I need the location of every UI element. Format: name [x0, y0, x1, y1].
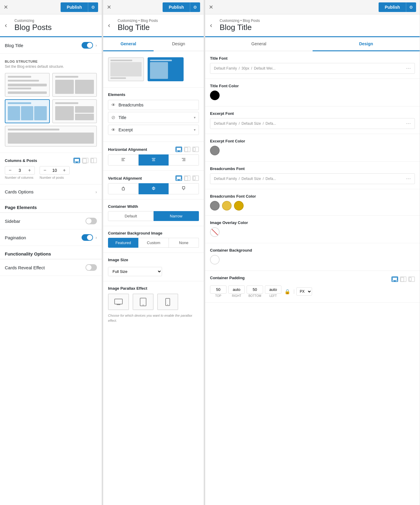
mobile-icon[interactable]: [90, 158, 97, 163]
svg-rect-9: [193, 148, 195, 151]
bg-featured-btn[interactable]: Featured: [108, 238, 138, 248]
structure-card-single[interactable]: [5, 126, 97, 147]
panel-header-3: ‹ Customizing • Blog Posts Blog Title: [205, 14, 420, 37]
cards-reveal-row[interactable]: Cards Reveal Effect: [0, 259, 102, 276]
padding-unit-select[interactable]: PX % EM: [296, 287, 312, 296]
tab-design-3[interactable]: Design: [313, 37, 420, 51]
title-element[interactable]: ⊘ Title ▾: [108, 112, 199, 123]
bc-color-swatch-2[interactable]: [222, 201, 232, 211]
excerpt-font-weight: Defa...: [266, 121, 276, 126]
publish-button-2[interactable]: Publish: [163, 2, 190, 12]
layout-thumb-narrow[interactable]: [148, 57, 184, 81]
breadcrumbs-element[interactable]: 👁 Breadcrumbs: [108, 100, 199, 110]
v-align-middle[interactable]: [139, 183, 169, 194]
pagination-toggle[interactable]: [82, 234, 93, 241]
svg-point-34: [143, 304, 144, 305]
h-alignment-label-row: Horizontal Alignment: [108, 147, 199, 152]
title-color-swatch[interactable]: [210, 91, 220, 100]
excerpt-color-swatch[interactable]: [210, 146, 220, 155]
close-icon-2[interactable]: ✕: [107, 4, 111, 10]
container-bg-swatch[interactable]: [210, 255, 220, 264]
gear-button-1[interactable]: ⚙: [88, 2, 98, 12]
cards-reveal-toggle[interactable]: [86, 264, 97, 271]
pad-mobile-icon[interactable]: [408, 276, 415, 282]
v-tablet-icon[interactable]: [184, 175, 190, 181]
padding-right-input[interactable]: [228, 285, 245, 294]
sidebar-row[interactable]: Sidebar: [0, 213, 102, 229]
v-align-bottom[interactable]: [169, 183, 199, 194]
v-align-top[interactable]: [108, 183, 139, 194]
gear-button-3[interactable]: ⚙: [406, 2, 416, 12]
title-font-row[interactable]: Default Family / 30px / Default Wei... ·…: [210, 63, 415, 74]
structure-card-3col[interactable]: [5, 99, 50, 123]
gear-button-2[interactable]: ⚙: [190, 2, 200, 12]
v-desktop-icon[interactable]: [176, 175, 182, 181]
h-tablet-icon[interactable]: [184, 147, 190, 152]
excerpt-font-label: Excerpt Font: [210, 111, 415, 116]
toggle-right: ›: [82, 42, 97, 49]
h-desktop-icon[interactable]: [176, 147, 182, 152]
tab-design-2[interactable]: Design: [154, 37, 204, 51]
columns-minus[interactable]: −: [8, 168, 13, 173]
layout-thumb-default[interactable]: [108, 57, 144, 81]
width-narrow-btn[interactable]: Narrow: [154, 211, 199, 221]
back-button-3[interactable]: ‹: [209, 20, 213, 31]
structure-card-masonry[interactable]: [52, 99, 97, 123]
desktop-icon[interactable]: [74, 158, 80, 163]
overlay-color-swatch[interactable]: [210, 227, 220, 237]
publish-button-1[interactable]: Publish: [61, 2, 88, 12]
v-mobile-icon[interactable]: [192, 175, 199, 181]
tab-general-3[interactable]: General: [205, 37, 313, 51]
parallax-mobile-btn[interactable]: [157, 294, 178, 310]
close-icon-1[interactable]: ✕: [4, 4, 8, 10]
blog-title-toggle[interactable]: [82, 42, 93, 49]
blog-title-row[interactable]: Blog Title ›: [0, 37, 102, 54]
excerpt-element[interactable]: 👁 Excerpt ▾: [108, 125, 199, 135]
excerpt-font-size: Default Size: [242, 121, 261, 126]
padding-bottom-input[interactable]: [247, 285, 263, 294]
elements-title: Elements: [108, 92, 199, 97]
columns-plus[interactable]: +: [27, 168, 32, 173]
overlay-section: Image Overlay Color: [205, 216, 420, 243]
lock-icon[interactable]: 🔒: [283, 289, 292, 294]
parallax-tablet-btn[interactable]: [133, 294, 154, 310]
tablet-icon[interactable]: [82, 158, 88, 163]
h-align-right[interactable]: [169, 154, 199, 166]
bc-font-row[interactable]: Default Family / Default Size / Defa... …: [210, 173, 415, 184]
h-align-left[interactable]: [108, 154, 139, 166]
excerpt-font-row[interactable]: Default Family / Default Size / Defa... …: [210, 118, 415, 129]
bg-image-label: Container Background Image: [108, 231, 199, 235]
page-title-2: Blog Title: [118, 23, 199, 32]
sidebar-toggle[interactable]: [86, 218, 97, 224]
bg-image-section: Container Background Image Featured Cust…: [103, 226, 204, 253]
structure-card-2col[interactable]: [52, 73, 97, 97]
posts-minus[interactable]: −: [42, 168, 47, 173]
excerpt-label: Excerpt: [118, 127, 194, 132]
image-size-select[interactable]: Full Size Large Medium Thumbnail: [108, 267, 162, 276]
svg-rect-8: [185, 148, 188, 152]
cards-options-row[interactable]: Cards Options ›: [0, 184, 102, 199]
publish-button-3[interactable]: Publish: [379, 2, 406, 12]
pagination-row[interactable]: Pagination ›: [0, 229, 102, 246]
svg-rect-40: [401, 277, 404, 282]
bg-custom-btn[interactable]: Custom: [138, 238, 169, 248]
posts-plus[interactable]: +: [62, 168, 67, 173]
width-default-btn[interactable]: Default: [108, 211, 154, 221]
back-button-2[interactable]: ‹: [107, 20, 111, 31]
pad-tablet-icon[interactable]: [400, 276, 406, 282]
bc-color-swatch-1[interactable]: [210, 201, 220, 211]
h-mobile-icon[interactable]: [192, 147, 199, 152]
back-button-1[interactable]: ‹: [4, 20, 8, 31]
bc-color-swatch-3[interactable]: [234, 201, 244, 211]
bc-color-section: Breadcrumbs Font Color: [205, 189, 420, 216]
pad-desktop-icon[interactable]: [392, 276, 398, 282]
h-align-center[interactable]: [139, 154, 169, 166]
close-icon-3[interactable]: ✕: [209, 4, 213, 10]
parallax-desktop-btn[interactable]: [108, 294, 129, 310]
padding-top-input[interactable]: [210, 285, 226, 294]
structure-card-list[interactable]: [5, 73, 50, 97]
bg-none-btn[interactable]: None: [169, 238, 199, 248]
tab-general-2[interactable]: General: [103, 37, 154, 51]
padding-left-input[interactable]: [265, 285, 281, 294]
cards-reveal-label: Cards Reveal Effect: [5, 265, 45, 270]
